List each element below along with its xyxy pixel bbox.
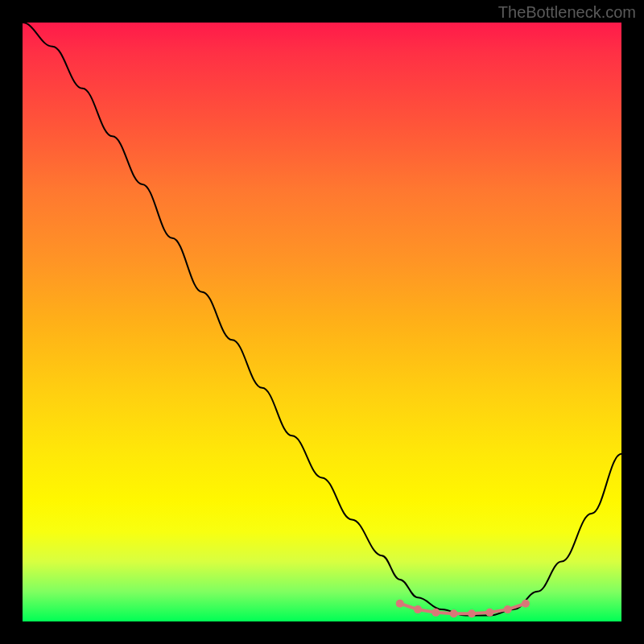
curve-overlay [23, 23, 621, 621]
optimal-marker-dot [450, 609, 458, 617]
optimal-marker-dot [396, 600, 404, 608]
chart-plot-area [23, 23, 621, 621]
bottleneck-curve [23, 23, 621, 616]
watermark-text: TheBottleneck.com [498, 3, 636, 22]
optimal-marker-dot [522, 600, 530, 608]
optimal-marker-dot [485, 609, 493, 617]
optimal-marker-dot [468, 609, 476, 617]
optimal-marker-dot [414, 605, 422, 613]
optimal-marker-dot [431, 609, 440, 617]
optimal-marker-dot [504, 605, 512, 613]
optimal-markers-group [396, 600, 530, 618]
